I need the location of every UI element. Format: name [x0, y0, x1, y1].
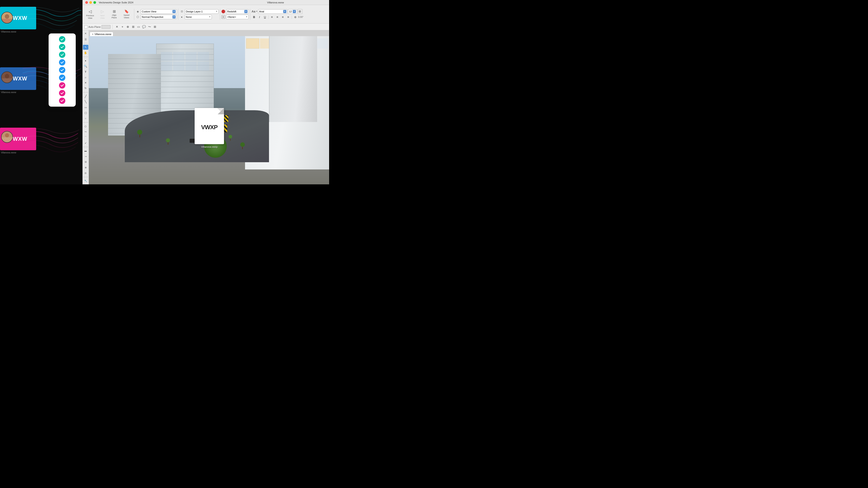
font-arrow: ▼ [283, 10, 286, 13]
pan-tool[interactable]: ✋ [83, 50, 88, 55]
app-window: Vectorworks Design Suite 2024 Villanova.… [83, 0, 329, 184]
check-icon-5 [60, 68, 64, 72]
check-item-1 [51, 36, 74, 42]
search-tool[interactable]: ⌕ [83, 75, 88, 80]
extra-fmt-button[interactable]: ⊕ [293, 15, 298, 20]
wall-tool[interactable]: ▬ [83, 149, 88, 153]
italic-button[interactable]: I [257, 15, 262, 20]
tool-sep-1 [83, 43, 88, 43]
auto-plane-toggle[interactable] [101, 25, 111, 29]
square-draw-tool[interactable]: ▢ [83, 110, 88, 115]
speech-tool[interactable]: 💬 [142, 24, 147, 29]
none-value: <None> [227, 15, 245, 18]
select-tool[interactable]: ↖ [83, 45, 88, 50]
circle2-tool[interactable]: ◎ [83, 170, 88, 175]
rotate-tool[interactable]: ↻ [83, 86, 88, 91]
canvas-area[interactable]: ✕ Villanova.vwxw [89, 30, 329, 184]
render-row: ● None ▼ [180, 15, 219, 19]
view-3d-tool[interactable]: ● [83, 58, 88, 63]
align-right-button[interactable]: ≡ [280, 15, 285, 20]
tree-top-1 [137, 130, 142, 135]
sidebar-close[interactable]: ✕ [83, 31, 88, 36]
underline-button[interactable]: U [262, 15, 268, 20]
file-overlay[interactable]: VWXP Villanova.vwxp [193, 108, 225, 148]
check-item-6 [51, 74, 74, 81]
redshift-area: Redshift ▼ ⊙ <None> ▼ [221, 9, 249, 19]
crosshair-tool[interactable]: ✕ [114, 24, 119, 29]
tree-trunk-1 [140, 135, 140, 137]
tool-sep-2 [83, 57, 88, 57]
file-tab[interactable]: ✕ Villanova.vwxw [90, 32, 113, 36]
check-circle-5 [59, 67, 65, 73]
bold-button[interactable]: B [252, 15, 256, 20]
rect-draw-tool[interactable]: ▭ [83, 105, 88, 110]
arc-tool[interactable]: ╲ [83, 99, 88, 104]
node-tool[interactable]: ⊕ [125, 24, 130, 29]
grid-icon-btn[interactable]: ⊞ [298, 9, 303, 14]
minimize-button[interactable] [89, 1, 92, 4]
justify-button[interactable]: ≡ [286, 15, 291, 20]
tree-1 [137, 130, 143, 140]
tool-sep-5 [83, 147, 88, 147]
check-icon-7 [60, 84, 64, 87]
stamp-tool[interactable]: 🔧 [83, 178, 88, 184]
fmt-divider2 [291, 15, 292, 19]
rect-tool[interactable]: ▭ [136, 24, 141, 29]
freehand-tool[interactable]: ↙ [83, 140, 88, 145]
curve-tool[interactable]: 〜 [147, 24, 152, 29]
saved-views-button[interactable]: 🔖 SavedViews [120, 8, 133, 20]
align-plane-button[interactable]: ⊞ AlignPlane [108, 8, 120, 20]
circle-draw-tool[interactable]: ○ [83, 116, 88, 121]
font-size-dropdown[interactable]: 12 ▼ [288, 9, 297, 14]
font-family-dropdown[interactable]: Arial ▼ [258, 9, 287, 14]
card-filename-pink: Villanova.vwxw [1, 151, 16, 154]
font-size-arrow: ▼ [293, 10, 296, 13]
menu-icon[interactable]: ☰ [83, 37, 88, 42]
check-circle-8 [59, 90, 65, 96]
maximize-button[interactable] [93, 1, 96, 4]
check-icon-2 [60, 45, 64, 49]
vwxp-file-icon[interactable]: VWXP [195, 108, 224, 144]
check-item-2 [51, 44, 74, 50]
redshift-dropdown[interactable]: Redshift ▼ [226, 9, 249, 14]
auto-plane-area[interactable]: Auto-Plane [84, 25, 101, 29]
layer-render-area: ⊡ Design Layer-1 ▼ ● None ▼ [180, 9, 219, 19]
dim-tool[interactable]: ⊸ [83, 154, 88, 159]
close-button[interactable] [85, 1, 88, 4]
none-icon: ⊙ [221, 15, 225, 19]
avatar-3 [1, 131, 13, 143]
design-layer-dropdown[interactable]: Design Layer-1 ▼ [185, 9, 219, 14]
transform-tool[interactable]: ⊞ [131, 24, 135, 29]
tree-top-2 [166, 138, 170, 142]
zoom-tool[interactable]: 🔍 [83, 64, 88, 69]
align-left-button[interactable]: ≡ [270, 15, 274, 20]
check-item-7 [51, 82, 74, 89]
render-mode-dropdown[interactable]: None ▼ [185, 15, 212, 19]
hatch-tool[interactable]: ⊟ [83, 159, 88, 164]
previous-view-button[interactable]: ◁ PreviousView [84, 8, 96, 20]
delete-tool[interactable]: ✕ [83, 80, 88, 85]
anchor-tool[interactable]: ⌖ [120, 24, 125, 29]
normal-perspective-dropdown[interactable]: Normal Perspective ▼ [141, 15, 177, 19]
spline-tool[interactable]: ⌒ [83, 135, 88, 140]
check-icon-4 [60, 61, 64, 64]
align-center-button[interactable]: ≡ [275, 15, 280, 20]
viewport-3d: VWXP Villanova.vwxp [89, 36, 329, 184]
canvas-tab-bar: ✕ Villanova.vwxw [89, 30, 329, 36]
auto-plane-checkbox[interactable] [84, 25, 88, 29]
tag-tool[interactable]: ⊛ [83, 165, 88, 170]
mw [161, 62, 172, 70]
custom-view-dropdown[interactable]: Custom View ▼ [141, 9, 177, 14]
text-tool[interactable]: T [83, 69, 88, 74]
none-dropdown[interactable]: <None> ▼ [226, 15, 249, 19]
saved-views-label: SavedViews [124, 14, 129, 19]
polygon-tool[interactable]: ⬡ [83, 124, 88, 129]
tab-close-icon[interactable]: ✕ [92, 33, 94, 35]
bezier-tool[interactable]: 〜 [83, 129, 88, 134]
line-tool[interactable]: ╱ [83, 94, 88, 99]
drawing-tools-row: ✕ ⌖ ⊕ ⊞ ▭ 💬 〜 ⊞ [114, 24, 157, 29]
next-view-button[interactable]: ▷ NextView [97, 8, 108, 20]
mw [197, 62, 209, 70]
array-tool[interactable]: ⊞ [152, 24, 157, 29]
tree-top-3 [240, 142, 245, 147]
